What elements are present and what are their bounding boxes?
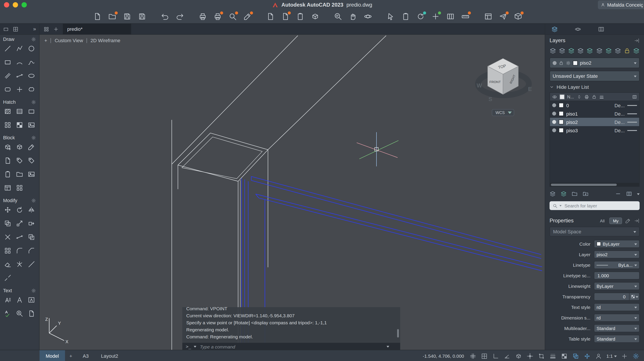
compass-east[interactable]: E bbox=[528, 86, 532, 92]
viewport-menu-button[interactable]: + bbox=[44, 38, 47, 43]
section-header-text[interactable]: Text bbox=[0, 286, 39, 294]
command-history[interactable]: Command: VPOINT Current view direction: … bbox=[182, 307, 400, 343]
eye-icon[interactable] bbox=[552, 94, 557, 99]
transparency-picker-button[interactable] bbox=[629, 293, 639, 300]
measure-button[interactable] bbox=[460, 12, 470, 21]
point-tool[interactable] bbox=[15, 85, 24, 94]
layer-state-dropdown[interactable]: Unsaved Layer State bbox=[550, 71, 640, 81]
redo-button[interactable] bbox=[175, 12, 184, 21]
transmit-button[interactable] bbox=[295, 12, 305, 21]
command-input[interactable] bbox=[199, 344, 384, 350]
document-tab[interactable]: predio* bbox=[63, 24, 131, 34]
new-file-button[interactable] bbox=[92, 12, 102, 21]
search-filter-caret-icon[interactable] bbox=[560, 205, 562, 208]
plot-preview-button[interactable] bbox=[228, 12, 237, 21]
lineweight-toggle-icon[interactable] bbox=[549, 352, 557, 360]
gear-icon[interactable] bbox=[31, 198, 36, 203]
multiline-text-tool[interactable] bbox=[3, 295, 12, 304]
filter-all-button[interactable]: All bbox=[596, 218, 608, 224]
remove-layer-icon[interactable] bbox=[615, 191, 621, 197]
command-history-scrollbar[interactable] bbox=[397, 329, 399, 338]
command-expand-caret-icon[interactable] bbox=[386, 346, 389, 349]
multileader-style-select[interactable]: Standard bbox=[594, 324, 640, 332]
layer-unlock-icon[interactable] bbox=[633, 48, 640, 54]
move-tool[interactable] bbox=[3, 205, 12, 214]
join-tool[interactable] bbox=[27, 260, 36, 268]
orbit-button[interactable] bbox=[363, 12, 372, 21]
annotation-visibility-toggle-icon[interactable] bbox=[595, 352, 602, 360]
etransmit-button[interactable] bbox=[498, 12, 508, 21]
new-layout-button[interactable]: + bbox=[65, 350, 77, 361]
layer-properties-icon[interactable] bbox=[550, 48, 556, 54]
insert-block-tool[interactable] bbox=[3, 142, 12, 151]
scale-tool[interactable] bbox=[15, 219, 24, 228]
layout-tab-a3[interactable]: A3 bbox=[77, 350, 95, 361]
erase-tool[interactable] bbox=[3, 260, 12, 268]
sort-icon[interactable] bbox=[576, 94, 582, 99]
define-attribute-tool[interactable] bbox=[15, 156, 24, 165]
chevron-down-icon[interactable] bbox=[637, 193, 640, 196]
quick-select-button[interactable] bbox=[386, 12, 395, 21]
multiline-tool[interactable] bbox=[3, 71, 12, 80]
edit-attribute-tool[interactable] bbox=[27, 156, 36, 165]
sync-button[interactable] bbox=[416, 12, 425, 21]
gear-icon[interactable] bbox=[31, 135, 36, 140]
properties-panel-tab[interactable] bbox=[574, 26, 581, 32]
spell-check-tool[interactable] bbox=[3, 309, 12, 318]
linetype-scale-input[interactable] bbox=[596, 272, 637, 278]
name-column-header[interactable]: N... bbox=[567, 94, 574, 99]
solid-fill-tool[interactable] bbox=[15, 120, 24, 129]
layer-group-icon[interactable] bbox=[572, 191, 578, 197]
color-select[interactable]: ByLayer bbox=[594, 240, 640, 248]
underlay-tool[interactable] bbox=[3, 183, 12, 192]
close-window-button[interactable] bbox=[4, 2, 9, 8]
view-control[interactable]: Custom View bbox=[55, 38, 83, 43]
ortho-toggle-icon[interactable] bbox=[492, 352, 500, 360]
columns-settings-icon[interactable] bbox=[632, 94, 637, 99]
polar-tracking-toggle-icon[interactable] bbox=[504, 352, 511, 360]
quick-select-icon[interactable] bbox=[625, 218, 631, 224]
external-reference-tool[interactable] bbox=[15, 170, 24, 178]
list-button[interactable] bbox=[446, 12, 455, 21]
snap-toggle-icon[interactable] bbox=[481, 352, 488, 360]
write-block-tool[interactable] bbox=[3, 156, 12, 165]
import-button[interactable] bbox=[280, 12, 290, 21]
layer-color-swatch[interactable] bbox=[559, 120, 564, 124]
wcs-selector[interactable]: WCS bbox=[492, 110, 514, 116]
layout-tab-layout2[interactable]: Layout2 bbox=[95, 350, 124, 361]
grid-toggle-icon[interactable] bbox=[470, 352, 477, 360]
object-snap-tracking-toggle-icon[interactable] bbox=[526, 352, 534, 360]
export-button[interactable] bbox=[265, 12, 275, 21]
share-button[interactable] bbox=[310, 12, 320, 21]
lineweight-column-icon[interactable] bbox=[599, 94, 604, 99]
layer-status-dot[interactable] bbox=[552, 112, 556, 116]
palette-overflow-button[interactable]: » bbox=[33, 26, 36, 32]
command-history-toggle-icon[interactable] bbox=[392, 344, 397, 349]
layer-color-swatch[interactable] bbox=[559, 103, 564, 108]
transparency-toggle-icon[interactable] bbox=[561, 352, 568, 360]
layer-lock-icon[interactable] bbox=[624, 48, 630, 54]
polyline-tool[interactable] bbox=[15, 44, 24, 53]
dock-panel-icon[interactable] bbox=[634, 218, 640, 224]
revision-cloud-tool[interactable] bbox=[27, 85, 36, 94]
construction-line-tool[interactable] bbox=[15, 71, 24, 80]
open-file-button[interactable] bbox=[107, 12, 117, 21]
model-tab[interactable]: Model bbox=[40, 350, 65, 361]
paste-button[interactable] bbox=[401, 12, 410, 21]
print-button[interactable] bbox=[198, 12, 207, 21]
layer-row[interactable]: piso3 De... bbox=[550, 126, 639, 134]
minimize-window-button[interactable] bbox=[13, 2, 18, 8]
view-cube[interactable]: W S E TOP FRONT RIGHT bbox=[477, 58, 532, 102]
save-as-button[interactable] bbox=[137, 12, 147, 21]
palette-view-icon[interactable] bbox=[3, 26, 9, 32]
fillet-tool[interactable] bbox=[15, 246, 24, 255]
object-snap-toggle-icon[interactable] bbox=[538, 352, 546, 360]
layer-table-scrollbar[interactable] bbox=[550, 183, 639, 186]
stretch-tool[interactable] bbox=[27, 219, 36, 228]
make-current-layer-icon[interactable] bbox=[568, 48, 574, 54]
block-editor-tool[interactable] bbox=[27, 142, 36, 151]
circle-tool[interactable] bbox=[27, 44, 36, 53]
filter-my-button[interactable]: My bbox=[610, 217, 622, 224]
image-tool[interactable] bbox=[27, 120, 36, 129]
isometric-drafting-toggle-icon[interactable] bbox=[515, 352, 522, 360]
